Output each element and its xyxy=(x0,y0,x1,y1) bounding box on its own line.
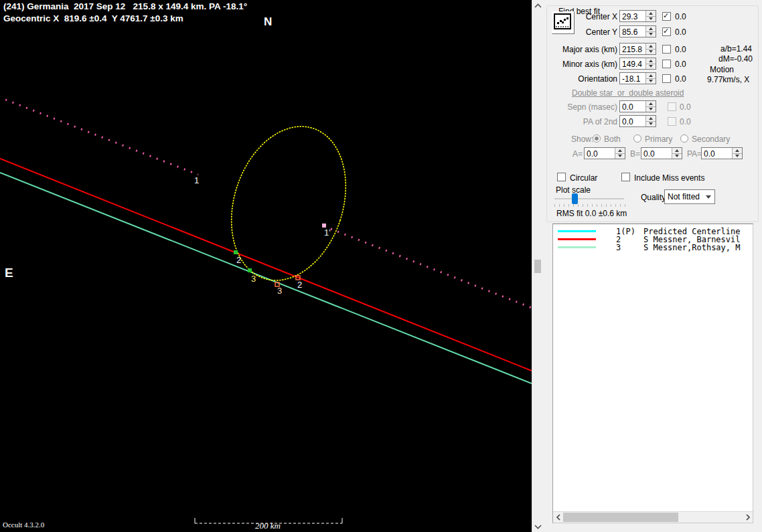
show-secondary-label: Secondary xyxy=(692,135,730,144)
sepn-value: 0.0 xyxy=(622,102,633,112)
a-value: 0.0 xyxy=(587,149,598,159)
scroll-left-icon[interactable] xyxy=(553,512,563,523)
sepn-spinner xyxy=(645,101,656,112)
rms-fit-label: RMS fit 0.0 ±0.6 km xyxy=(556,209,627,218)
center-x-input[interactable]: 29.3 xyxy=(619,10,656,22)
spin-up-icon[interactable] xyxy=(646,73,656,79)
spin-down-icon xyxy=(615,154,625,159)
center-x-spinner[interactable] xyxy=(645,11,656,21)
asteroid-ellipse xyxy=(212,112,364,296)
sepn-check-label: 0.0 xyxy=(680,102,691,112)
legend-swatch-red xyxy=(558,238,596,240)
show-primary-radio xyxy=(633,135,641,143)
dm-stat: dM=-0.40 xyxy=(718,54,753,64)
pa2nd-spinner xyxy=(645,116,656,126)
horizontal-scroll-thumb[interactable] xyxy=(563,513,678,522)
chord-2-line xyxy=(0,159,532,371)
plot-scale-slider-track[interactable] xyxy=(554,198,624,199)
center-y-spinner[interactable] xyxy=(645,26,656,37)
major-axis-spinner[interactable] xyxy=(645,43,656,54)
plot-scale-slider-thumb[interactable] xyxy=(572,193,578,204)
chord-3-line xyxy=(0,173,532,383)
scroll-right-icon[interactable] xyxy=(743,512,753,523)
center-y-value[interactable]: 85.6 xyxy=(622,27,637,37)
minor-axis-spinner[interactable] xyxy=(645,58,656,69)
include-miss-checkbox[interactable] xyxy=(621,173,630,181)
spin-up-icon[interactable] xyxy=(646,11,656,17)
spin-down-icon[interactable] xyxy=(646,50,656,55)
vertical-scroll-thumb[interactable] xyxy=(534,260,541,273)
minor-axis-value[interactable]: 149.4 xyxy=(622,60,642,69)
chord1-label: 1 xyxy=(194,175,199,185)
a-spinner xyxy=(615,148,625,159)
chord3-disappearance-marker xyxy=(248,268,252,272)
orientation-value[interactable]: -18.1 xyxy=(622,74,640,84)
center-y-fit-checkbox[interactable] xyxy=(662,27,671,36)
spin-down-icon[interactable] xyxy=(646,79,656,84)
predicted-path-dotted-right xyxy=(331,229,532,308)
pa-spinner xyxy=(732,148,742,159)
major-axis-fit-checkbox[interactable] xyxy=(662,45,671,54)
center-y-input[interactable]: 85.6 xyxy=(619,25,656,37)
fit-control-panel: Find best fit Center X 29.3 0.0 Center Y… xyxy=(543,0,762,532)
show-both-label: Both xyxy=(604,135,621,144)
spin-down-icon[interactable] xyxy=(646,32,656,37)
legend-row[interactable]: 3 S Messner,Rothsay, M xyxy=(553,244,753,252)
circular-checkbox[interactable] xyxy=(557,173,566,181)
spin-down-icon xyxy=(733,154,742,159)
spin-down-icon[interactable] xyxy=(646,17,656,22)
show-primary-label: Primary xyxy=(645,135,672,144)
sepn-label: Sepn (masec) xyxy=(543,102,617,112)
east-label: E xyxy=(5,266,13,280)
axis-ratio-stat: a/b=1.44 xyxy=(720,44,752,54)
sepn-fit-checkbox xyxy=(668,102,676,111)
show-label: Show: xyxy=(571,135,593,144)
orientation-spinner[interactable] xyxy=(645,73,656,84)
pa2nd-label: PA of 2nd xyxy=(543,117,617,126)
chevron-down-icon[interactable] xyxy=(706,195,711,199)
scroll-down-icon[interactable] xyxy=(532,521,544,532)
minor-axis-input[interactable]: 149.4 xyxy=(619,58,656,70)
quality-value[interactable]: Not fitted xyxy=(668,192,700,201)
legend-horizontal-scrollbar[interactable] xyxy=(553,511,753,523)
spin-up-icon xyxy=(646,101,656,107)
spin-up-icon[interactable] xyxy=(646,43,656,50)
spin-up-icon[interactable] xyxy=(646,26,656,32)
orientation-label: Orientation xyxy=(543,74,617,84)
b-label: B= xyxy=(630,149,640,159)
spin-up-icon xyxy=(646,116,656,122)
spin-up-icon xyxy=(672,148,682,154)
spin-up-icon xyxy=(615,148,625,154)
pa2nd-value: 0.0 xyxy=(622,117,633,126)
quality-dropdown[interactable]: Not fitted xyxy=(664,189,715,204)
major-axis-input[interactable]: 215.8 xyxy=(619,43,656,55)
plot-subtitle: Geocentric X 819.6 ±0.4 Y 4761.7 ±0.3 km xyxy=(3,13,183,23)
plot-canvas[interactable]: 1 1' 2 3 2 3 (241) Germania 2017 Sep 12 … xyxy=(0,0,532,532)
minor-axis-fit-checkbox[interactable] xyxy=(662,60,671,68)
major-axis-value[interactable]: 215.8 xyxy=(622,45,642,54)
pa2nd-check-label: 0.0 xyxy=(680,117,691,126)
b-value: 0.0 xyxy=(643,149,655,159)
scale-bar-label: 200 km xyxy=(255,521,281,531)
major-axis-check-label: 0.0 xyxy=(675,45,686,54)
center-x-label: Center X xyxy=(543,12,617,21)
include-miss-label: Include Miss events xyxy=(634,173,704,183)
orientation-fit-checkbox[interactable] xyxy=(662,74,671,83)
double-star-link[interactable]: Double star or double asteroid xyxy=(572,88,684,98)
plot-title: (241) Germania 2017 Sep 12 215.8 x 149.4… xyxy=(3,1,247,11)
circular-label: Circular xyxy=(570,173,597,183)
pa-input: 0.0 xyxy=(701,147,743,159)
observer-legend-list[interactable]: 1(P) Predicted Centerline 2 S Messner, B… xyxy=(552,224,753,523)
scroll-up-icon[interactable] xyxy=(532,0,544,11)
pa-label: PA= xyxy=(687,149,702,159)
legend-num: 3 xyxy=(616,244,621,252)
spin-down-icon[interactable] xyxy=(646,64,656,70)
center-x-fit-checkbox[interactable] xyxy=(662,12,671,21)
orientation-input[interactable]: -18.1 xyxy=(619,72,656,84)
center-y-label: Center Y xyxy=(543,27,617,37)
spin-up-icon[interactable] xyxy=(646,58,656,64)
plot-area[interactable]: 1 1' 2 3 2 3 (241) Germania 2017 Sep 12 … xyxy=(0,0,532,532)
main-vertical-scrollbar[interactable] xyxy=(532,0,544,532)
occult-window: 1 1' 2 3 2 3 (241) Germania 2017 Sep 12 … xyxy=(0,0,762,532)
center-x-value[interactable]: 29.3 xyxy=(622,12,637,21)
